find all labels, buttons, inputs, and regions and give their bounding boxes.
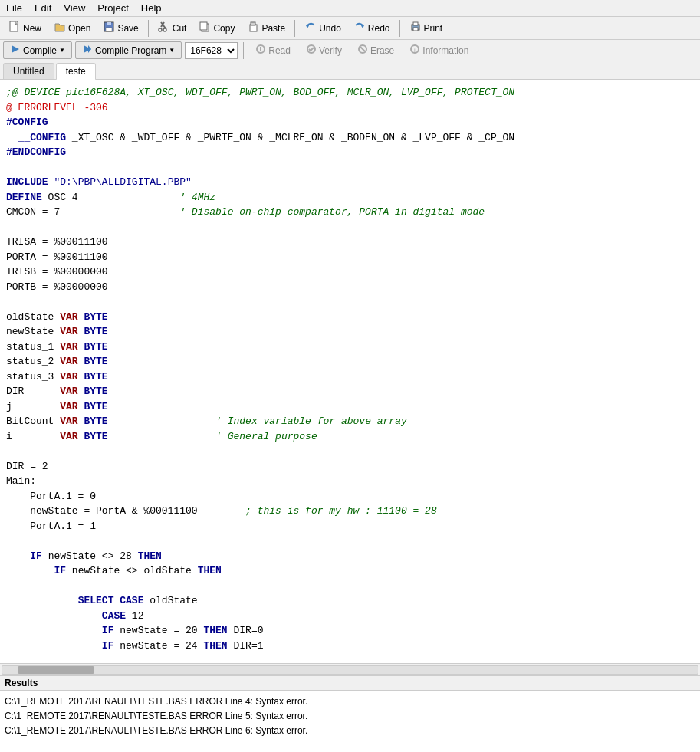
erase-icon	[357, 44, 368, 57]
tab-untitled[interactable]: Untitled	[3, 63, 54, 79]
paste-button[interactable]: Paste	[242, 18, 291, 38]
information-icon: i	[409, 44, 420, 57]
results-title: Results	[5, 678, 38, 688]
main-window: File Edit View Project Help New Open Sav…	[0, 0, 700, 752]
compile-bar: Compile ▼ Compile Program ▼ 16F628 16F84…	[0, 40, 700, 61]
menu-bar: File Edit View Project Help	[0, 0, 700, 17]
redo-label: Redo	[368, 23, 390, 34]
erase-button[interactable]: Erase	[351, 42, 400, 58]
save-button[interactable]: Save	[97, 18, 143, 38]
svg-rect-10	[200, 22, 207, 30]
separator-1	[148, 20, 149, 37]
redo-button[interactable]: Redo	[348, 18, 396, 38]
error-line-2: C:\1_REMOTE 2017\RENAULT\TESTE.BAS ERROR…	[5, 709, 695, 724]
menu-edit[interactable]: Edit	[28, 1, 58, 15]
undo-button[interactable]: Undo	[299, 18, 347, 38]
tab-teste[interactable]: teste	[56, 63, 96, 80]
new-label: New	[23, 23, 41, 34]
svg-rect-12	[251, 22, 255, 25]
undo-label: Undo	[319, 23, 341, 34]
menu-project[interactable]: Project	[91, 1, 134, 15]
results-area: C:\1_REMOTE 2017\RENAULT\TESTE.BAS ERROR…	[0, 691, 700, 752]
print-icon	[409, 21, 422, 35]
compile-dropdown-arrow: ▼	[59, 47, 65, 54]
compile-program-label: Compile Program	[95, 45, 166, 56]
error-line-3: C:\1_REMOTE 2017\RENAULT\TESTE.BAS ERROR…	[5, 724, 695, 738]
cut-button[interactable]: Cut	[153, 18, 192, 38]
copy-button[interactable]: Copy	[193, 18, 240, 38]
compile-label: Compile	[23, 45, 57, 56]
svg-marker-18	[12, 45, 19, 53]
cut-label: Cut	[173, 23, 187, 34]
save-icon	[103, 21, 115, 35]
information-label: Information	[422, 45, 468, 56]
open-button[interactable]: Open	[48, 18, 96, 38]
menu-file[interactable]: File	[0, 1, 28, 15]
error-line-1: C:\1_REMOTE 2017\RENAULT\TESTE.BAS ERROR…	[5, 695, 695, 709]
svg-rect-3	[107, 22, 111, 25]
svg-marker-20	[88, 45, 91, 53]
read-icon	[255, 44, 266, 57]
device-selector[interactable]: 16F628 16F84A 16F877	[185, 42, 238, 59]
svg-rect-4	[106, 28, 112, 31]
compile-program-dropdown-arrow: ▼	[169, 47, 175, 54]
svg-point-8	[163, 28, 166, 31]
new-icon	[8, 21, 21, 35]
undo-icon	[304, 21, 317, 35]
new-button[interactable]: New	[3, 18, 47, 38]
scroll-thumb[interactable]	[18, 666, 94, 674]
verify-icon	[306, 44, 317, 57]
results-header: Results	[0, 675, 700, 691]
print-button[interactable]: Print	[404, 18, 449, 38]
compile-icon	[10, 44, 21, 57]
read-label: Read	[268, 45, 291, 56]
open-icon	[54, 21, 66, 35]
verify-button[interactable]: Verify	[300, 42, 348, 58]
tab-teste-label: teste	[66, 66, 86, 77]
paste-icon	[247, 21, 259, 35]
menu-view[interactable]: View	[58, 1, 91, 15]
svg-point-7	[159, 28, 162, 31]
open-label: Open	[68, 23, 90, 34]
device-select[interactable]: 16F628 16F84A 16F877	[185, 42, 238, 59]
tab-untitled-label: Untitled	[13, 66, 44, 77]
print-label: Print	[424, 23, 443, 34]
separator-compile	[243, 42, 244, 59]
svg-rect-17	[413, 28, 418, 31]
separator-3	[399, 20, 400, 37]
compile-program-button[interactable]: Compile Program ▼	[75, 41, 182, 59]
read-button[interactable]: Read	[249, 42, 297, 58]
svg-rect-16	[413, 22, 418, 25]
code-editor[interactable]: ;@ DEVICE pic16F628A, XT_OSC, WDT_OFF, P…	[0, 80, 700, 663]
separator-2	[294, 20, 295, 37]
verify-label: Verify	[319, 45, 342, 56]
svg-text:i: i	[414, 47, 416, 54]
tabs-bar: Untitled teste	[0, 61, 700, 80]
erase-label: Erase	[370, 45, 394, 56]
svg-line-25	[360, 47, 365, 51]
redo-icon	[353, 21, 366, 35]
copy-icon	[199, 21, 211, 35]
toolbar: New Open Save Cut Copy	[0, 17, 700, 40]
save-label: Save	[117, 23, 138, 34]
code-wrapper: ;@ DEVICE pic16F628A, XT_OSC, WDT_OFF, P…	[0, 80, 700, 675]
compile-button[interactable]: Compile ▼	[3, 41, 72, 59]
paste-label: Paste	[261, 23, 285, 34]
svg-marker-14	[361, 25, 364, 28]
scroll-track[interactable]	[2, 665, 698, 675]
compile-program-icon	[82, 44, 93, 57]
menu-help[interactable]: Help	[135, 1, 168, 15]
horizontal-scrollbar[interactable]	[0, 663, 700, 675]
information-button[interactable]: i Information	[403, 42, 475, 58]
copy-label: Copy	[213, 23, 235, 34]
cut-icon	[158, 21, 170, 35]
svg-marker-13	[306, 25, 309, 28]
